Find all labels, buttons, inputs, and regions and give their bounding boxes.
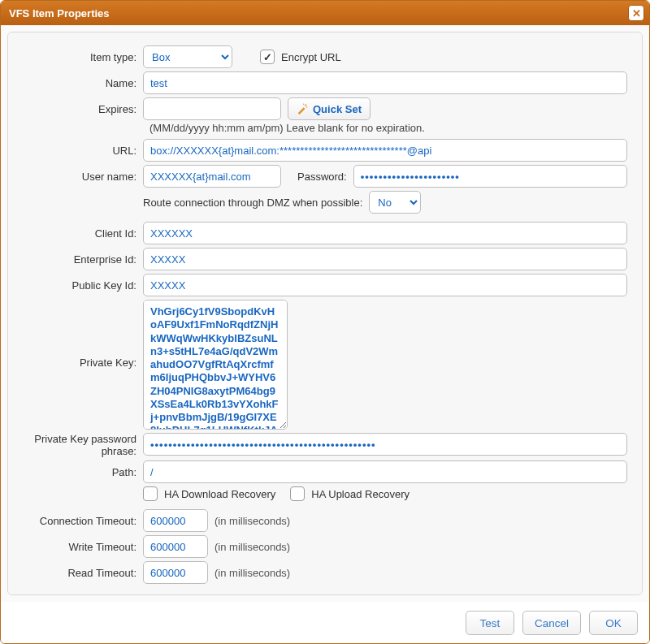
titlebar: VFS Item Properties ✕	[1, 1, 649, 25]
label-expires: Expires:	[23, 103, 143, 115]
pk-passphrase-input[interactable]	[143, 433, 627, 456]
label-user-name: User name:	[23, 171, 143, 183]
hint-ms-2: (in milliseconds)	[214, 541, 290, 553]
name-input[interactable]	[143, 71, 627, 94]
ok-button[interactable]: OK	[589, 611, 638, 635]
label-ha-upload: HA Upload Recovery	[311, 488, 410, 500]
label-url: URL:	[23, 145, 143, 157]
close-button[interactable]: ✕	[628, 5, 644, 21]
label-read-timeout: Read Timeout:	[23, 567, 143, 579]
dialog-title: VFS Item Properties	[9, 7, 110, 19]
ha-download-checkbox[interactable]	[143, 486, 158, 501]
public-key-id-input[interactable]	[143, 274, 627, 296]
private-key-textarea[interactable]	[143, 300, 288, 430]
svg-point-1	[303, 104, 304, 105]
label-conn-timeout: Connection Timeout:	[23, 515, 143, 527]
label-enterprise-id: Enterprise Id:	[23, 253, 143, 266]
label-public-key-id: Public Key Id:	[23, 279, 143, 292]
read-timeout-input[interactable]	[143, 561, 208, 584]
label-item-type: Item type:	[23, 51, 143, 63]
svg-point-0	[305, 105, 306, 106]
expires-hint: (MM/dd/yyyy hh:mm am/pm) Leave blank for…	[150, 122, 627, 134]
test-button[interactable]: Test	[466, 611, 514, 635]
write-timeout-input[interactable]	[143, 535, 208, 558]
client-id-input[interactable]	[143, 222, 627, 244]
dialog-footer: Test Cancel OK	[1, 602, 649, 643]
conn-timeout-input[interactable]	[143, 509, 208, 532]
item-type-select[interactable]: Box	[143, 45, 232, 68]
svg-point-2	[306, 107, 307, 108]
hint-ms-3: (in milliseconds)	[214, 567, 290, 579]
form-panel: Item type: Box ✓ Encrypt URL Name:	[7, 32, 643, 595]
quick-set-button[interactable]: Quick Set	[288, 97, 370, 120]
label-route-dmz: Route connection through DMZ when possib…	[143, 197, 362, 209]
ha-upload-checkbox[interactable]	[290, 486, 305, 501]
wand-icon	[297, 103, 308, 115]
close-icon: ✕	[632, 8, 641, 19]
password-input[interactable]	[353, 165, 627, 188]
dialog-body: Item type: Box ✓ Encrypt URL Name:	[1, 25, 649, 602]
expires-input[interactable]	[143, 97, 281, 120]
label-client-id: Client Id:	[23, 227, 143, 240]
hint-ms-1: (in milliseconds)	[214, 515, 290, 527]
label-encrypt-url: Encrypt URL	[281, 51, 341, 63]
cancel-button[interactable]: Cancel	[522, 611, 581, 635]
route-dmz-select[interactable]: No	[369, 191, 421, 214]
url-input[interactable]	[143, 139, 627, 162]
label-password: Password:	[297, 171, 347, 183]
vfs-item-properties-dialog: VFS Item Properties ✕ Item type: Box ✓ E…	[0, 0, 650, 644]
encrypt-url-checkbox[interactable]: ✓	[260, 50, 275, 64]
label-private-key: Private Key:	[23, 300, 143, 369]
user-name-input[interactable]	[143, 165, 281, 188]
label-write-timeout: Write Timeout:	[23, 541, 143, 553]
label-name: Name:	[23, 77, 143, 89]
quick-set-label: Quick Set	[313, 103, 362, 115]
label-pk-passphrase: Private Key password phrase:	[23, 433, 143, 457]
label-ha-download: HA Download Recovery	[164, 488, 275, 500]
enterprise-id-input[interactable]	[143, 248, 627, 270]
path-input[interactable]	[143, 460, 627, 483]
label-path: Path:	[23, 466, 143, 478]
